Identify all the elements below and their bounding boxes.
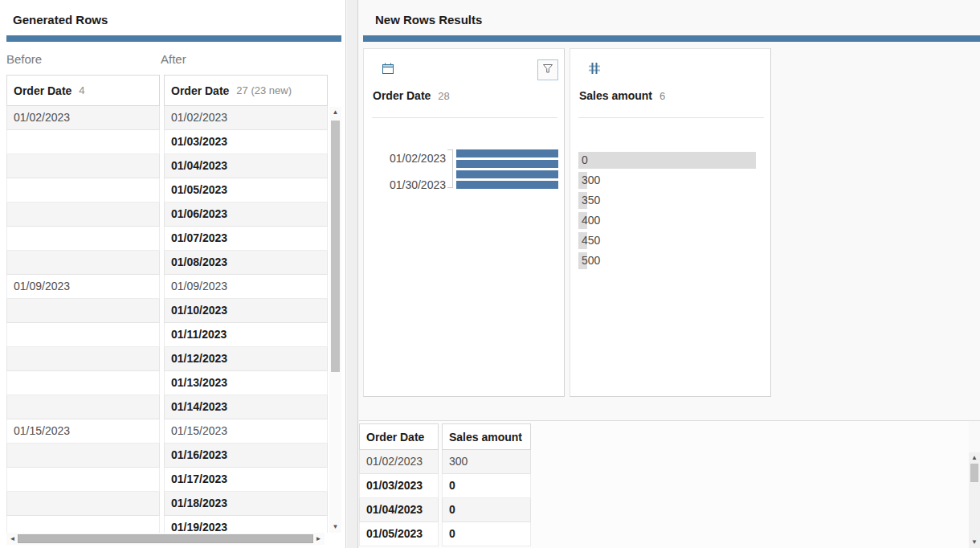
new-rows-results-title: New Rows Results xyxy=(375,13,482,27)
scroll-down-icon[interactable]: ▼ xyxy=(969,537,980,548)
after-cell: 01/08/2023 xyxy=(164,251,328,275)
filter-button[interactable] xyxy=(537,59,558,80)
generated-rows-panel: Generated Rows Before After Order Date 4… xyxy=(0,0,346,548)
before-column-header[interactable]: Order Date 4 xyxy=(6,75,160,106)
generated-row: 01/13/2023 xyxy=(6,371,328,395)
order-date-column-header[interactable]: Order Date xyxy=(359,423,439,450)
scroll-up-icon[interactable]: ▲ xyxy=(969,452,980,464)
before-cell xyxy=(6,347,160,371)
sales-amount-column-header[interactable]: Sales amount xyxy=(442,423,531,450)
histogram-bar[interactable] xyxy=(456,170,558,178)
sales-amount-cell: 0 xyxy=(442,522,531,546)
results-vertical-scrollbar[interactable]: ▲ ▼ xyxy=(969,452,980,548)
generated-row: 01/12/2023 xyxy=(6,347,328,371)
generated-row: 01/10/2023 xyxy=(6,299,328,323)
order-date-cell: 01/02/2023 xyxy=(359,450,439,474)
before-cell: 01/15/2023 xyxy=(6,419,160,444)
after-cell: 01/02/2023 xyxy=(164,106,328,130)
before-cell: 01/02/2023 xyxy=(6,106,160,130)
generated-row: 01/02/202301/02/2023 xyxy=(6,106,328,130)
sales-value-item[interactable]: 400 xyxy=(578,211,764,231)
value-label: 350 xyxy=(578,191,764,210)
before-cell: 01/09/2023 xyxy=(6,275,160,299)
order-date-cell: 01/03/2023 xyxy=(359,474,439,498)
after-cell: 01/09/2023 xyxy=(164,275,328,299)
generated-row: 01/09/202301/09/2023 xyxy=(6,275,328,299)
after-cell: 01/17/2023 xyxy=(164,468,328,492)
results-table-body: 01/02/202330001/03/2023001/04/2023001/05… xyxy=(359,450,531,548)
after-cell: 01/19/2023 xyxy=(164,516,328,533)
order-date-field-name: Order Date xyxy=(373,89,431,102)
after-field-count: 27 (23 new) xyxy=(236,84,292,96)
results-vertical-scrollbar-thumb[interactable] xyxy=(970,464,978,482)
sales-amount-profile-card[interactable]: Sales amount 6 0300350400450500 xyxy=(570,48,771,397)
order-date-cell: 01/05/2023 xyxy=(359,522,439,546)
before-cell xyxy=(6,323,160,347)
before-cell xyxy=(6,251,160,275)
left-vertical-scrollbar[interactable]: ▲ ▼ xyxy=(329,107,341,533)
sales-value-item[interactable]: 0 xyxy=(578,151,764,171)
results-table-row: 01/04/20230 xyxy=(359,498,531,522)
after-cell: 01/05/2023 xyxy=(164,178,328,202)
scroll-right-icon[interactable]: ► xyxy=(312,533,325,545)
card-divider xyxy=(372,117,557,118)
value-label: 400 xyxy=(578,211,764,230)
left-vertical-scrollbar-thumb[interactable] xyxy=(331,121,340,372)
after-cell: 01/15/2023 xyxy=(164,419,328,444)
results-table-row: 01/02/2023300 xyxy=(359,450,531,474)
funnel-icon xyxy=(542,63,553,77)
value-label: 500 xyxy=(578,252,764,270)
calendar-icon xyxy=(382,62,394,78)
order-date-profile-card[interactable]: Order Date 28 01/02/2023 01/30/2023 xyxy=(363,48,565,397)
order-date-cell: 01/04/2023 xyxy=(359,498,439,522)
generated-row: 01/14/2023 xyxy=(6,395,328,419)
scroll-left-icon[interactable]: ◄ xyxy=(6,533,18,545)
histogram-bar[interactable] xyxy=(456,160,558,168)
value-label: 0 xyxy=(578,151,764,170)
generated-row: 01/15/202301/15/2023 xyxy=(6,419,328,444)
value-label: 300 xyxy=(578,171,764,190)
sales-value-item[interactable]: 500 xyxy=(578,252,764,272)
sales-value-item[interactable]: 300 xyxy=(578,171,764,191)
before-cell xyxy=(6,178,160,202)
results-table-section: Order Date Sales amount 01/02/202330001/… xyxy=(359,421,969,548)
after-cell: 01/07/2023 xyxy=(164,227,328,251)
after-column-header[interactable]: Order Date 27 (23 new) xyxy=(164,75,328,106)
after-cell: 01/14/2023 xyxy=(164,395,328,419)
after-cell: 01/13/2023 xyxy=(164,371,328,395)
hash-icon xyxy=(588,62,601,78)
histogram-start-label: 01/02/2023 xyxy=(364,152,446,165)
scroll-up-icon[interactable]: ▲ xyxy=(329,107,341,118)
after-label: After xyxy=(161,52,186,66)
left-horizontal-scrollbar[interactable]: ◄ ► xyxy=(6,533,325,545)
card-divider xyxy=(578,117,764,118)
generated-row: 01/18/2023 xyxy=(6,492,328,516)
histogram-end-label: 01/30/2023 xyxy=(364,178,446,191)
sales-value-item[interactable]: 350 xyxy=(578,191,764,211)
left-horizontal-scrollbar-thumb[interactable] xyxy=(18,534,313,543)
after-cell: 01/10/2023 xyxy=(164,299,328,323)
before-cell xyxy=(6,154,160,178)
generated-row: 01/08/2023 xyxy=(6,251,328,275)
after-cell: 01/12/2023 xyxy=(164,347,328,371)
sales-value-item[interactable]: 450 xyxy=(578,231,764,252)
before-cell xyxy=(6,130,160,154)
panel-divider xyxy=(347,0,358,548)
generated-row: 01/17/2023 xyxy=(6,468,328,492)
generated-row: 01/19/2023 xyxy=(6,516,328,533)
histogram-bar[interactable] xyxy=(456,149,558,157)
after-cell: 01/03/2023 xyxy=(164,130,328,154)
generated-row: 01/07/2023 xyxy=(6,227,328,251)
before-cell xyxy=(6,227,160,251)
before-cell xyxy=(6,299,160,323)
histogram-axis-bracket xyxy=(447,149,453,188)
histogram-bar[interactable] xyxy=(456,181,558,189)
scroll-down-icon[interactable]: ▼ xyxy=(329,521,341,533)
after-cell: 01/11/2023 xyxy=(164,323,328,347)
sales-amount-field-count: 6 xyxy=(659,90,665,102)
sales-amount-cell: 0 xyxy=(442,498,531,522)
generated-row: 01/11/2023 xyxy=(6,323,328,347)
after-cell: 01/16/2023 xyxy=(164,444,328,468)
generated-rows-title: Generated Rows xyxy=(13,13,108,27)
generated-row: 01/04/2023 xyxy=(6,154,328,178)
